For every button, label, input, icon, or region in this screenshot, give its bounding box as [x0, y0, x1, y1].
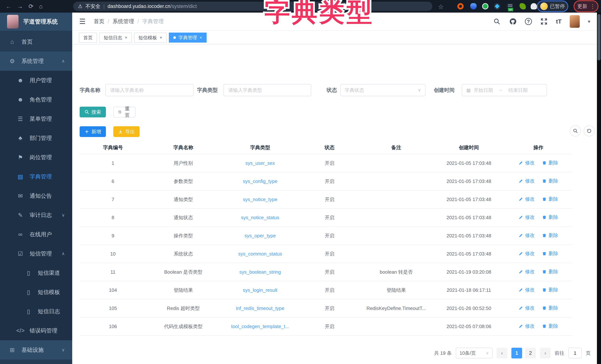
help-icon[interactable]: ? [525, 18, 532, 25]
cell-dict-type-link[interactable]: sys_common_status [220, 245, 300, 263]
browser-reload-icon[interactable]: ⟳ [29, 3, 33, 10]
next-page-button[interactable]: › [540, 348, 551, 358]
edit-link[interactable]: 修改 [518, 287, 535, 293]
sidebar-item[interactable]: </> 错误码管理 [0, 321, 72, 340]
browser-menu-kebab-icon[interactable]: ⋮ [590, 3, 595, 10]
font-size-icon[interactable]: tT [556, 18, 561, 25]
breadcrumb-item[interactable]: 首页 [94, 18, 104, 25]
delete-link[interactable]: 删除 [542, 287, 558, 293]
edit-link[interactable]: 修改 [518, 250, 535, 257]
sidebar-item[interactable]: ♣ 部门管理 [0, 129, 72, 148]
search-icon[interactable] [493, 18, 501, 25]
table-refresh-button[interactable] [584, 125, 595, 136]
page-tab[interactable]: 短信日志 × [99, 33, 132, 43]
sidebar-item[interactable]: ✎ 审计日志 ∨ [0, 205, 72, 225]
goto-page-input[interactable] [568, 348, 582, 358]
edit-link[interactable]: 修改 [518, 196, 535, 202]
address-bar[interactable]: ⚠ 不安全 | dashboard.yudao.iocoder.cn/syste… [73, 2, 432, 11]
edit-link[interactable]: 修改 [518, 305, 535, 311]
collapse-menu-icon[interactable]: ☰ [79, 17, 86, 26]
tab-close-icon[interactable]: × [160, 35, 162, 40]
search-button[interactable]: 搜索 [80, 107, 106, 117]
sidebar-item[interactable]: ☑ 短信管理 ∧ [0, 244, 72, 263]
edit-link[interactable]: 修改 [518, 214, 535, 221]
bookmark-star-icon[interactable]: ☆ [438, 3, 444, 10]
sidebar-item[interactable]: ⚑ 岗位管理 [0, 148, 72, 167]
sidebar-item[interactable]: ∞ 在线用户 [0, 225, 72, 244]
cell-dict-type-link[interactable]: sys_notice_status [220, 209, 300, 227]
table-search-button[interactable] [570, 125, 581, 136]
sidebar-item[interactable]: ▯ 短信渠道 [0, 263, 72, 283]
sidebar-item[interactable]: ✉ 通知公告 [0, 186, 72, 205]
page-size-select[interactable]: 10条/页 ∨ [456, 348, 492, 358]
page-number-button[interactable]: 1 [511, 348, 522, 358]
scrollbar-track[interactable] [597, 13, 601, 364]
page-tab[interactable]: 短信模板 × [134, 33, 167, 43]
dict-type-input[interactable] [228, 87, 307, 93]
extension-icon[interactable] [457, 3, 464, 10]
dict-name-input[interactable] [110, 87, 189, 93]
extension-icon[interactable] [520, 3, 526, 10]
browser-update-button[interactable]: 更新 ⋮ [574, 0, 598, 12]
browser-home-icon[interactable]: ⌂ [39, 3, 43, 10]
delete-link[interactable]: 删除 [542, 305, 558, 311]
sidebar-item[interactable]: ⊞ 基础设施 ∨ [0, 340, 72, 360]
delete-link[interactable]: 删除 [542, 214, 558, 221]
delete-link[interactable]: 删除 [542, 250, 558, 257]
delete-link[interactable]: 删除 [542, 178, 558, 184]
cell-dict-type-link[interactable]: inf_redis_timeout_type [220, 299, 300, 317]
page-number-button[interactable]: 2 [525, 348, 536, 358]
edit-link[interactable]: 修改 [518, 323, 535, 329]
github-icon[interactable] [509, 18, 517, 25]
create-time-label: 创建时间 [434, 84, 455, 96]
sidebar-item[interactable]: ▤ 字典管理 [0, 167, 72, 186]
delete-link[interactable]: 删除 [542, 196, 558, 202]
cell-dict-type-link[interactable]: tool_codegen_template_t... [220, 317, 300, 335]
cell-dict-type-link[interactable]: sys_oper_type [220, 227, 300, 245]
cell-dict-type-link[interactable]: sys_config_type [220, 172, 300, 190]
sidebar-item[interactable]: ▯ 短信模板 [0, 283, 72, 302]
extension-icon[interactable] [470, 3, 477, 10]
user-menu-caret-icon[interactable]: ▾ [588, 19, 590, 24]
sidebar-item-icon: ⚑ [16, 154, 24, 161]
page-tab[interactable]: 首页 [79, 33, 97, 43]
sidebar-item[interactable]: ☻ 角色管理 [0, 90, 72, 109]
cell-dict-type-link[interactable]: sys_notice_type [220, 190, 300, 209]
delete-link[interactable]: 删除 [542, 268, 558, 275]
breadcrumb-item[interactable]: 系统管理 [108, 18, 134, 25]
sidebar-item[interactable]: ⚙ 系统管理 ∧ [0, 51, 72, 71]
add-button[interactable]: 新增 [80, 126, 106, 137]
delete-link[interactable]: 删除 [542, 160, 558, 166]
user-avatar[interactable] [570, 15, 580, 28]
export-button[interactable]: 导出 [113, 126, 140, 137]
breadcrumb-item[interactable]: 字典管理 [137, 18, 164, 25]
cell-dict-type-link[interactable]: sys_user_sex [220, 154, 300, 172]
extension-paused-button[interactable]: 已暂停 [537, 0, 568, 12]
edit-link[interactable]: 修改 [518, 268, 535, 275]
prev-page-button[interactable]: ‹ [497, 348, 507, 358]
extension-icon[interactable] [531, 3, 537, 10]
page-tab[interactable]: 字典管理 × [169, 33, 207, 43]
browser-forward-icon[interactable]: → [17, 3, 23, 10]
edit-link[interactable]: 修改 [518, 160, 535, 166]
fullscreen-icon[interactable] [540, 18, 548, 25]
sidebar-item[interactable]: ☰ 菜单管理 [0, 109, 72, 129]
status-select[interactable]: 字典状态 ∨ [340, 84, 425, 96]
cell-dict-type-link[interactable]: sys_login_result [220, 281, 300, 299]
delete-link[interactable]: 删除 [542, 232, 558, 239]
tab-close-icon[interactable]: × [125, 35, 127, 40]
browser-back-icon[interactable]: ← [6, 3, 11, 10]
extension-icon[interactable] [494, 3, 500, 10]
reset-button[interactable]: 重置 [113, 107, 136, 117]
sidebar-item[interactable]: ☻ 用户管理 [0, 71, 72, 90]
edit-link[interactable]: 修改 [518, 178, 535, 184]
date-range-picker[interactable]: ▦ 开始日期 ~ 结束日期 [462, 84, 547, 96]
sidebar-item[interactable]: ▯ 短信日志 [0, 302, 72, 321]
edit-link[interactable]: 修改 [518, 232, 535, 239]
extension-icon[interactable] [482, 3, 488, 10]
scrollbar-thumb[interactable] [598, 14, 601, 60]
sidebar-item[interactable]: ⌂ 首页 [0, 32, 72, 51]
cell-dict-type-link[interactable]: sys_boolean_string [220, 263, 300, 281]
tab-close-icon[interactable]: × [200, 35, 202, 40]
delete-link[interactable]: 删除 [542, 323, 558, 329]
